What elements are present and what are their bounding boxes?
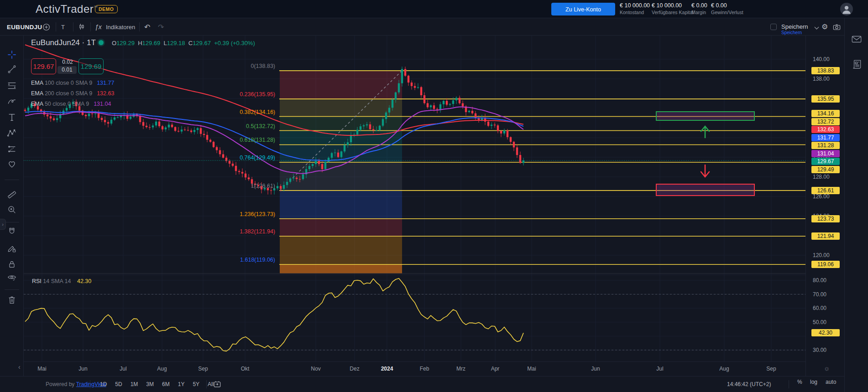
lock-all-drawings-icon[interactable] — [5, 258, 19, 271]
chart-legend-title[interactable]: EuBundJun24 · 1T — [31, 38, 96, 47]
save-dropdown-caret-icon[interactable] — [815, 25, 819, 30]
drawing-toolbar — [0, 36, 24, 376]
log-scale-button[interactable]: log — [806, 377, 821, 387]
fib-level-label: 0.764(129.49) — [240, 155, 275, 161]
price-badge: 42.30 — [811, 329, 840, 336]
xabcd-pattern-tool-icon[interactable] — [5, 126, 19, 140]
time-axis-month: Mrz — [456, 366, 465, 372]
price-badge: 132.63 — [811, 126, 840, 133]
snapshot-camera-icon[interactable] — [832, 18, 841, 36]
switch-to-live-button[interactable]: Zu Live-Konto wechseln — [551, 3, 615, 15]
redo-icon[interactable]: ↷ — [158, 18, 164, 36]
zoom-in-tool-icon[interactable] — [5, 203, 19, 217]
auto-scale-button[interactable]: auto — [821, 377, 840, 387]
account-stat: € 10 000.00Kontostand — [620, 2, 650, 15]
time-axis-month: Apr — [491, 366, 500, 372]
hide-drawings-eye-icon[interactable] — [5, 271, 19, 284]
rsi-tick: 70.00 — [813, 291, 826, 298]
goto-date-icon[interactable] — [213, 377, 222, 392]
range-button-3m[interactable]: 3M — [142, 379, 158, 390]
range-button-5y[interactable]: 5Y — [188, 379, 204, 390]
account-stat-label: Kontostand — [620, 10, 650, 15]
price-badge: 121.94 — [811, 232, 840, 240]
buy-button[interactable]: 129.69 — [78, 58, 104, 74]
time-axis-month: Jun — [591, 366, 600, 372]
chart-type-candles-icon[interactable] — [78, 18, 86, 36]
time-axis-month: Sep — [198, 366, 208, 372]
percent-scale-button[interactable]: % — [793, 377, 806, 387]
rsi-tick: 80.00 — [813, 277, 826, 284]
ohlc-values: O129.29 H129.69 L129.18 C129.67 +0.39 (+… — [112, 40, 255, 46]
trend-line-tool-icon[interactable] — [5, 62, 19, 76]
indicators-button[interactable]: Indikatoren — [106, 18, 135, 36]
market-status-dot — [99, 40, 104, 45]
price-badge: 131.04 — [811, 150, 840, 157]
time-axis-month: Aug — [719, 366, 729, 372]
range-button-6m[interactable]: 6M — [158, 379, 174, 390]
brush-tool-icon[interactable] — [5, 94, 19, 108]
down-arrow[interactable] — [701, 165, 709, 177]
fib-level-label: 0.382(134.16) — [240, 109, 275, 115]
object-tree-expand-chevron[interactable]: › — [0, 219, 6, 230]
price-scale[interactable]: 140.00138.00130.00128.00126.00124.00120.… — [805, 36, 844, 376]
range-button-5d[interactable]: 5D — [111, 379, 126, 390]
measure-ruler-tool-icon[interactable] — [5, 188, 19, 201]
interval-button[interactable]: T — [61, 18, 65, 36]
save-checkbox[interactable] — [770, 24, 777, 30]
fib-level-label: 1.618(119.06) — [240, 257, 275, 263]
settings-gear-icon[interactable]: ⚙ — [821, 22, 828, 31]
time-axis[interactable]: MaiJunJulAugSepOktNovDez2024FebMrzAprMai… — [24, 361, 805, 376]
text-tool-icon[interactable] — [5, 110, 19, 124]
clock[interactable]: 14:46:42 (UTC+2) — [727, 377, 771, 392]
drawing-mode-lock-icon[interactable] — [5, 242, 19, 255]
toolbar-separator — [73, 22, 73, 31]
emoji-heart-tool-icon[interactable] — [5, 157, 19, 171]
resistance-box[interactable] — [656, 112, 754, 120]
fib-retracement-tool-icon[interactable] — [5, 79, 19, 93]
compare-add-icon[interactable] — [42, 18, 51, 36]
indicator-row: EMA 50 close 0 SMA 9131.04 — [31, 101, 111, 107]
remove-drawings-trash-icon[interactable] — [5, 293, 19, 307]
time-axis-month: Okt — [241, 366, 250, 372]
bottombar-separator — [206, 380, 207, 388]
bottombar-separator — [90, 380, 90, 388]
mail-icon[interactable] — [851, 33, 863, 45]
price-badge: 132.72 — [811, 118, 840, 125]
indicators-fx-icon[interactable]: ƒx — [95, 18, 102, 36]
axis-settings-sun-icon[interactable]: ☼ — [824, 364, 830, 372]
fib-level-label: 0.5(132.72) — [246, 123, 275, 129]
time-axis-month: Mai — [527, 366, 536, 372]
range-button-1y[interactable]: 1Y — [174, 379, 189, 390]
save-tooltip: Speichern — [781, 30, 802, 35]
news-icon[interactable] — [851, 58, 863, 70]
price-chart-canvas[interactable] — [24, 36, 805, 361]
range-buttons: 1D5D1M3M6M1Y5YAll — [96, 377, 218, 392]
support-box[interactable] — [656, 184, 754, 196]
symbol-button[interactable]: EUBUNDJU — [7, 18, 42, 36]
rail-separator — [5, 222, 19, 222]
undo-icon[interactable]: ↶ — [144, 18, 150, 36]
long-position-tool-icon[interactable] — [5, 142, 19, 156]
bottom-bar: Powered by TradingView 1D5D1M3M6M1Y5YAll… — [0, 376, 844, 392]
low-value: 129.18 — [167, 40, 185, 46]
price-tick: 126.00 — [813, 193, 830, 200]
price-tick: 120.00 — [813, 252, 830, 258]
magnet-mode-icon[interactable] — [5, 225, 19, 238]
crosshair-tool-icon[interactable] — [5, 48, 19, 62]
right-sidebar — [844, 18, 868, 392]
fib-level-label: 0.618(131.28) — [240, 137, 275, 143]
range-button-1d[interactable]: 1D — [96, 379, 111, 390]
rsi-tick: 30.00 — [813, 347, 826, 353]
save-button[interactable]: Speichern — [781, 23, 808, 30]
range-button-1m[interactable]: 1M — [126, 379, 142, 390]
sell-button[interactable]: 129.67 — [31, 58, 56, 74]
rsi-value: 42.30 — [77, 278, 91, 284]
account-stat: € 0.00Margin — [691, 2, 707, 15]
app-logo: ActivTrader™ — [36, 3, 98, 15]
rsi-legend: RSI 14 SMA 14 42.30 — [32, 278, 91, 284]
avatar[interactable] — [840, 3, 853, 15]
up-arrow[interactable] — [701, 126, 709, 138]
account-stat: € 0.00Gewinn/Verlust — [711, 2, 743, 15]
price-badge: 129.49 — [811, 166, 840, 173]
hide-drawing-bar-arrow[interactable]: ‹ — [18, 363, 21, 371]
